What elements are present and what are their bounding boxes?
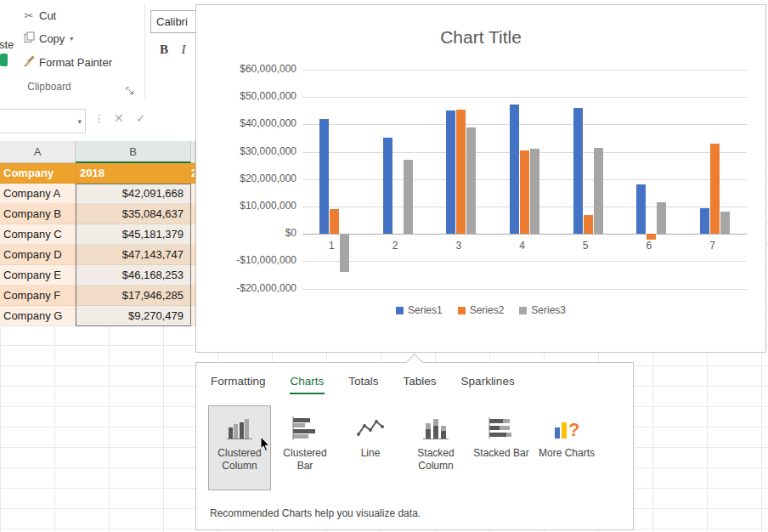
legend-swatch [396, 307, 404, 314]
cell-company-name[interactable]: Company B [0, 204, 76, 224]
cell-2018-value[interactable]: $9,270,479 [76, 306, 191, 326]
chart-preview-popup: Chart Title $60,000,000$50,000,000$40,00… [195, 4, 766, 353]
table-row: Company B$35,084,637 [0, 204, 195, 224]
chart-bar [319, 119, 329, 235]
more-charts-icon: ? [552, 413, 581, 444]
chart-bar [404, 160, 413, 234]
paintbrush-icon [20, 55, 37, 70]
cell-company-name[interactable]: Company E [0, 265, 76, 286]
italic-button[interactable]: I [177, 42, 190, 57]
cell-company-name[interactable]: Company G [0, 306, 76, 326]
cell-2018-value[interactable]: $46,168,253 [76, 265, 191, 286]
chart-gridline [302, 124, 747, 125]
stacked-column-icon [421, 413, 450, 444]
chart-canvas: $60,000,000$50,000,000$40,000,000$30,000… [196, 5, 765, 352]
chart-bar [710, 144, 720, 234]
paste-icon-fragment [0, 54, 8, 66]
table-header-company[interactable]: Company [0, 163, 76, 184]
chart-type-clustered-bar[interactable]: Clustered Bar [274, 405, 336, 490]
quick-analysis-tabs: FormattingChartsTotalsTablesSparklines [210, 370, 516, 394]
chevron-down-icon[interactable]: ▾ [70, 35, 73, 42]
cell-company-name[interactable]: Company C [0, 224, 76, 245]
chart-y-axis-label: $40,000,000 [218, 117, 296, 129]
cell-2018-value[interactable]: $42,091,668 [76, 184, 191, 204]
column-headers: A B [0, 141, 195, 163]
chart-bar [636, 184, 646, 234]
table-row: Company F$17,946,285 [0, 286, 195, 306]
table-row: Company C$45,181,379 [0, 224, 195, 245]
legend-label: Series1 [408, 304, 443, 316]
table-rows: Company A$42,091,668Company B$35,084,637… [0, 184, 195, 326]
chart-x-axis-label: 1 [322, 240, 341, 252]
chart-y-axis-label: $20,000,000 [218, 173, 296, 184]
column-header-b[interactable]: B [76, 141, 191, 163]
chart-x-axis-label: 5 [576, 240, 595, 252]
cell-company-name[interactable]: Company F [0, 286, 76, 306]
line-icon [356, 413, 385, 444]
copy-label: Copy [39, 32, 65, 45]
format-painter-button[interactable]: Format Painter [20, 52, 112, 72]
chart-type-stacked-column[interactable]: Stacked Column [404, 405, 467, 490]
copy-button[interactable]: Copy ▾ [20, 28, 73, 48]
name-box-dropdown-icon[interactable]: ▾ [77, 117, 82, 126]
tab-tables[interactable]: Tables [403, 370, 438, 394]
cell-2018-value[interactable]: $47,143,747 [76, 245, 191, 265]
chart-y-axis-label: $50,000,000 [218, 90, 296, 102]
cell-2018-value[interactable]: $17,946,285 [76, 286, 191, 306]
table-header-year[interactable]: 2018 [76, 163, 191, 184]
chart-bar [456, 110, 466, 235]
chart-y-axis-label: $0 [218, 227, 296, 239]
chart-gridline [302, 234, 747, 235]
chart-type-more-charts[interactable]: ?More Charts [535, 405, 598, 490]
legend-item: Series1 [396, 304, 443, 316]
tab-sparklines[interactable]: Sparklines [460, 370, 516, 394]
cut-button[interactable]: ✂ Cut [20, 5, 56, 25]
chart-bar [510, 105, 519, 234]
cell-company-name[interactable]: Company D [0, 245, 76, 265]
chart-type-label: More Charts [539, 447, 595, 460]
chart-bar [520, 150, 529, 234]
stacked-bar-icon [487, 413, 516, 444]
chart-type-stacked-bar[interactable]: Stacked Bar [470, 405, 533, 490]
cell-2018-value[interactable]: $35,084,637 [76, 204, 191, 224]
formula-bar: ▾ ⋮ ✕ ✓ [0, 103, 195, 142]
cancel-icon[interactable]: ✕ [114, 111, 124, 125]
chart-bar [594, 148, 603, 234]
chart-x-axis-label: 2 [386, 240, 404, 252]
cell-2018-value[interactable]: $45,181,379 [76, 224, 191, 245]
tab-totals[interactable]: Totals [347, 370, 379, 394]
ribbon-group-separator [144, 3, 145, 99]
format-painter-label: Format Painter [39, 56, 112, 69]
cell-company-name[interactable]: Company A [0, 184, 76, 204]
tab-formatting[interactable]: Formatting [210, 370, 267, 394]
bold-button[interactable]: B [155, 42, 172, 57]
tab-charts[interactable]: Charts [290, 370, 325, 394]
chart-y-axis-label: $10,000,000 [218, 200, 296, 212]
cut-label: Cut [39, 9, 56, 22]
clipboard-group-label: Clipboard [7, 81, 92, 93]
table-row: Company A$42,091,668 [0, 184, 195, 204]
enter-icon[interactable]: ✓ [136, 111, 146, 125]
chart-bar [530, 149, 539, 234]
chart-bar [647, 234, 656, 239]
chart-x-axis-label: 7 [703, 240, 722, 252]
chart-bar [466, 127, 476, 235]
chart-legend: Series1Series2Series3 [196, 304, 765, 316]
chart-y-axis-label: $30,000,000 [218, 145, 296, 157]
table-row: Company D$47,143,747 [0, 245, 195, 265]
chart-gridline [302, 70, 747, 71]
paste-button-fragment[interactable]: ste [0, 38, 14, 51]
ribbon-clipboard-group: ste ✂ Cut Copy ▾ Format Painter Clipboar… [0, 0, 195, 104]
clipboard-dialog-launcher[interactable] [126, 84, 136, 94]
chart-bar [340, 234, 349, 272]
chart-type-line[interactable]: Line [339, 405, 402, 490]
name-box[interactable]: ▾ [0, 109, 86, 133]
chart-gridline [302, 289, 747, 290]
chart-y-axis-label: -$20,000,000 [218, 282, 296, 294]
column-header-a[interactable]: A [0, 141, 76, 163]
chart-bar [720, 212, 730, 234]
chart-type-label: Clustered Bar [274, 447, 336, 473]
chart-gridline [302, 97, 747, 98]
chart-y-axis-label: $60,000,000 [218, 63, 296, 75]
quick-analysis-footer: Recommended Charts help you visualize da… [210, 507, 421, 519]
